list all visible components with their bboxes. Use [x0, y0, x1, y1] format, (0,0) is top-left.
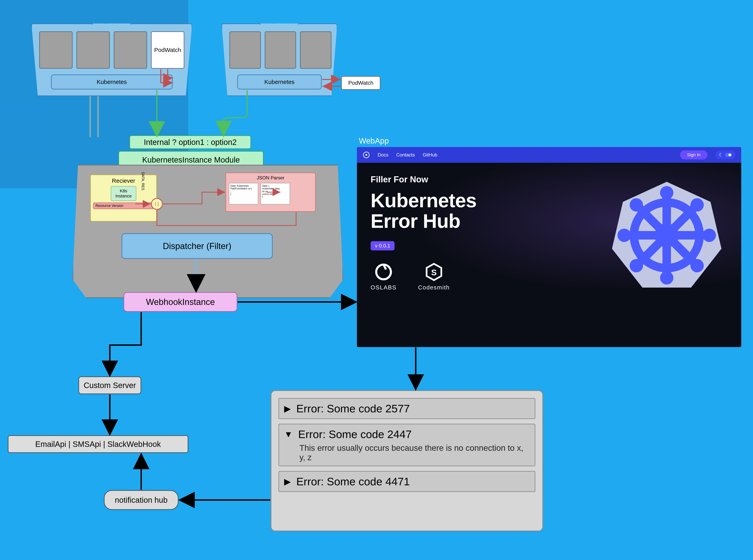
json-sample-1: Data: Kubernetes PathFromWatch url { ...…: [229, 183, 258, 204]
toggle-switch-icon: [725, 153, 732, 157]
svg-point-1: [365, 154, 367, 156]
svg-point-21: [617, 228, 631, 242]
error-panel: ▶Error: Some code 2577 ▼Error: Some code…: [271, 390, 543, 532]
svg-point-19: [660, 186, 673, 199]
json-braces-icon: { }: [151, 198, 163, 210]
webhook-instance-box: WebhookInstance: [123, 292, 237, 312]
resource-version-tag: Resource Version: [93, 203, 154, 209]
receiver-box: Reciever K8s Instance Resource Version: [90, 175, 157, 222]
nav-link[interactable]: Docs: [378, 152, 389, 158]
k8s-instance-inner: K8s Instance: [111, 186, 136, 201]
webapp-window: Docs Contacts GitHub Sign In ☾ Filler Fo…: [357, 147, 741, 347]
expand-icon[interactable]: ▶: [284, 403, 291, 414]
svg-point-25: [690, 259, 704, 272]
pod-box: [230, 32, 261, 68]
error-item[interactable]: ▶Error: Some code 4471: [278, 471, 535, 492]
filler-text: Filler For Now: [371, 175, 594, 184]
notification-hub-box: notification hub: [104, 490, 178, 510]
webapp-title-line1: Kubernetes: [371, 190, 594, 211]
webapp-logo-icon: [363, 152, 370, 158]
svg-point-22: [702, 228, 716, 242]
webapp-title-line2: Error Hub: [371, 211, 594, 232]
nav-link[interactable]: Contacts: [396, 152, 415, 158]
json-sample-2: Data: { Kubernetes data, its so, cool to…: [261, 183, 290, 204]
kubernetes-logo-icon: [606, 175, 728, 296]
webapp-label: WebApp: [359, 137, 389, 145]
sign-in-button[interactable]: Sign In: [680, 151, 708, 159]
theme-toggle[interactable]: ☾: [715, 151, 735, 159]
codesmith-icon: S: [424, 262, 444, 282]
svg-point-24: [630, 198, 643, 212]
pod-box: [77, 32, 110, 68]
version-badge: v 0.0.1: [371, 241, 395, 251]
json-parser-box: JSON Parser Data: Kubernetes PathFromWat…: [225, 173, 316, 212]
error-title: Error: Some code 2577: [296, 402, 410, 415]
dispatcher-box: Dispatcher (Filter): [122, 233, 273, 259]
oslabs-icon: [374, 262, 393, 282]
podwatch-box: PodWatch: [151, 32, 184, 68]
expand-icon[interactable]: ▶: [284, 477, 291, 486]
pod-box: [265, 32, 296, 68]
error-title: Error: Some code 2447: [298, 428, 412, 441]
kubernetes-bar-1: Kubernetes: [51, 75, 173, 89]
svg-point-20: [660, 271, 673, 284]
collapse-icon[interactable]: ▼: [284, 429, 293, 439]
oslabs-label: OSLABS: [371, 284, 396, 291]
codesmith-logo: S Codesmith: [418, 262, 450, 291]
error-title: Error: Some code 4471: [296, 475, 410, 488]
pod-box: [300, 32, 331, 68]
podwatch-external: PodWatch: [341, 76, 380, 90]
svg-point-23: [690, 198, 704, 212]
svg-point-3: [729, 154, 731, 156]
apis-box: EmailApi | SMSApi | SlackWebHook: [8, 435, 188, 453]
option2-title: Option 2: [260, 16, 299, 25]
error-item[interactable]: ▶Error: Some code 2577: [278, 398, 535, 419]
oslabs-logo: OSLABS: [371, 262, 396, 291]
codesmith-label: Codesmith: [418, 284, 450, 291]
moon-icon: ☾: [719, 152, 723, 158]
nav-link[interactable]: GitHub: [422, 152, 437, 158]
pod-box: [39, 32, 73, 68]
json-parser-title: JSON Parser: [228, 175, 313, 181]
error-item[interactable]: ▼Error: Some code 2447 This error usuall…: [278, 424, 535, 466]
pod-box: [114, 32, 147, 68]
data-res-label: DATA, RES: [141, 172, 145, 190]
error-body: This error usually occurs because there …: [299, 443, 530, 462]
webapp-nav: Docs Contacts GitHub Sign In ☾: [357, 147, 741, 163]
svg-point-26: [630, 259, 643, 272]
ternary-box: Internal ? option1 : option2: [130, 135, 251, 149]
kubernetes-bar-2: Kubernetes: [237, 75, 322, 89]
custom-server-box: Custom Server: [78, 377, 141, 394]
svg-text:S: S: [431, 268, 437, 277]
